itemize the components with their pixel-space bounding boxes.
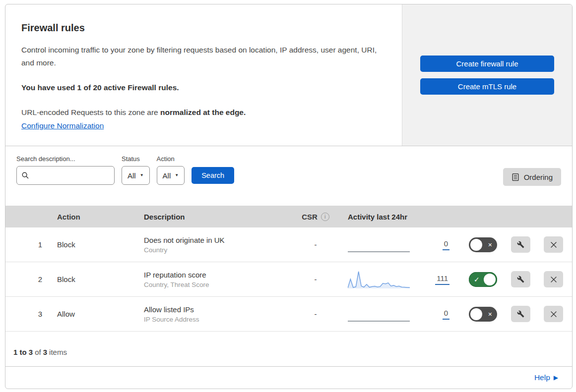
action-selected-value: All	[163, 171, 171, 180]
items-text: items	[49, 348, 67, 356]
status-selected-value: All	[128, 171, 136, 180]
normalization-prefix: URL-encoded Requests to this zone are	[21, 108, 160, 116]
search-field-group: Search description...	[16, 155, 115, 185]
search-icon	[21, 171, 29, 179]
rule-delete-cell	[534, 236, 563, 253]
usage-text: You have used 1 of 20 active Firewall ru…	[21, 83, 382, 92]
x-icon: ×	[488, 311, 492, 318]
create-mtls-rule-button[interactable]: Create mTLS rule	[420, 78, 554, 95]
rule-delete-cell	[534, 271, 563, 287]
search-box	[16, 166, 115, 185]
x-icon: ×	[488, 241, 492, 248]
rule-fields: Country	[144, 246, 288, 254]
of-text: of	[35, 348, 41, 356]
rule-priority: 1	[5, 240, 49, 249]
rule-toggle-cell: ✓ ×	[459, 272, 507, 287]
table-row: 3 Allow Allow listed IPs IP Source Addre…	[5, 297, 572, 332]
delete-x-icon	[550, 241, 557, 248]
rule-toggle-cell: ✓ ×	[459, 307, 507, 322]
create-firewall-rule-button[interactable]: Create firewall rule	[420, 56, 554, 72]
delete-rule-button[interactable]	[544, 306, 563, 322]
rule-delete-cell	[534, 306, 563, 322]
wrench-icon	[517, 241, 524, 248]
info-icon[interactable]: i	[321, 213, 329, 221]
rule-action: Allow	[49, 310, 136, 318]
rule-priority: 2	[5, 275, 49, 283]
search-label: Search description...	[16, 155, 115, 163]
column-activity: Activity last 24hr	[343, 213, 459, 221]
help-link[interactable]: Help ▶	[534, 373, 558, 382]
column-csr: CSR i	[288, 213, 343, 221]
header-text-block: Firewall rules Control incoming traffic …	[5, 4, 402, 146]
rule-toggle-cell: ✓ ×	[459, 237, 507, 252]
ordering-button-label: Ordering	[524, 173, 553, 181]
rule-csr-value: -	[288, 310, 343, 318]
action-label: Action	[157, 155, 185, 163]
rule-action: Block	[49, 240, 136, 249]
rule-fields: IP Source Address	[144, 316, 288, 323]
rule-edit-cell	[507, 236, 534, 253]
firewall-rules-card: Firewall rules Control incoming traffic …	[5, 4, 573, 389]
rule-edit-cell	[507, 306, 534, 322]
page-title: Firewall rules	[21, 22, 382, 34]
rule-csr-value: -	[288, 275, 343, 283]
normalization-bold: normalized at the edge.	[160, 108, 246, 116]
ordering-button[interactable]: Ordering	[503, 168, 561, 186]
search-input[interactable]	[29, 171, 110, 179]
actions-panel: Create firewall rule Create mTLS rule	[402, 4, 572, 146]
rule-enabled-toggle[interactable]: ✓ ×	[469, 307, 497, 322]
activity-count-link[interactable]: 111	[435, 274, 449, 285]
delete-x-icon	[550, 276, 557, 283]
rule-description: Does not originate in UK	[144, 236, 288, 244]
rule-description: Allow listed IPs	[144, 305, 288, 314]
edit-rule-button[interactable]	[511, 236, 530, 253]
toggle-knob	[484, 274, 496, 285]
activity-count-link[interactable]: 0	[443, 239, 449, 250]
normalization-text: URL-encoded Requests to this zone are no…	[21, 108, 382, 117]
help-bar: Help ▶	[5, 366, 572, 389]
status-select[interactable]: All ▼	[122, 166, 150, 185]
items-range: 1 to 3	[13, 348, 33, 356]
rule-description: IP reputation score	[144, 271, 288, 279]
wrench-icon	[517, 276, 524, 283]
edit-rule-button[interactable]	[511, 271, 530, 287]
status-label: Status	[122, 155, 150, 163]
rule-activity-cell: 0	[343, 237, 459, 252]
column-csr-label: CSR	[302, 213, 318, 221]
chevron-down-icon: ▼	[175, 173, 179, 177]
rule-description-cell: Allow listed IPs IP Source Address	[136, 305, 288, 323]
help-arrow-icon: ▶	[554, 375, 558, 381]
rule-edit-cell	[507, 271, 534, 287]
activity-count-link[interactable]: 0	[443, 309, 449, 320]
activity-sparkline-flat	[348, 306, 410, 322]
delete-rule-button[interactable]	[544, 271, 563, 287]
description-text: Control incoming traffic to your zone by…	[21, 44, 382, 69]
column-description: Description	[136, 213, 288, 221]
action-field-group: Action All ▼	[157, 155, 185, 185]
activity-sparkline-flat	[348, 237, 410, 252]
edit-rule-button[interactable]	[511, 306, 530, 322]
rule-action: Block	[49, 275, 136, 283]
header-section: Firewall rules Control incoming traffic …	[5, 4, 572, 146]
items-total: 3	[43, 348, 47, 356]
help-label: Help	[534, 373, 550, 382]
configure-normalization-link[interactable]: Configure Normalization	[21, 121, 104, 130]
action-select[interactable]: All ▼	[157, 166, 185, 185]
rule-enabled-toggle[interactable]: ✓ ×	[469, 237, 497, 252]
search-button[interactable]: Search	[192, 167, 234, 184]
activity-sparkline	[348, 269, 410, 290]
table-row: 2 Block IP reputation score Country, Thr…	[5, 262, 572, 297]
rule-priority: 3	[5, 310, 49, 318]
toggle-knob	[470, 308, 482, 320]
wrench-icon	[517, 310, 524, 318]
rule-enabled-toggle[interactable]: ✓ ×	[469, 272, 497, 287]
ordering-list-icon	[512, 173, 519, 181]
chevron-down-icon: ▼	[140, 173, 144, 177]
check-icon: ✓	[474, 276, 480, 283]
delete-x-icon	[550, 311, 557, 318]
column-action: Action	[49, 213, 136, 221]
rule-fields: Country, Threat Score	[144, 281, 288, 288]
filter-controls: Search description... Status All ▼	[16, 155, 234, 185]
delete-rule-button[interactable]	[544, 236, 563, 253]
status-field-group: Status All ▼	[122, 155, 150, 185]
